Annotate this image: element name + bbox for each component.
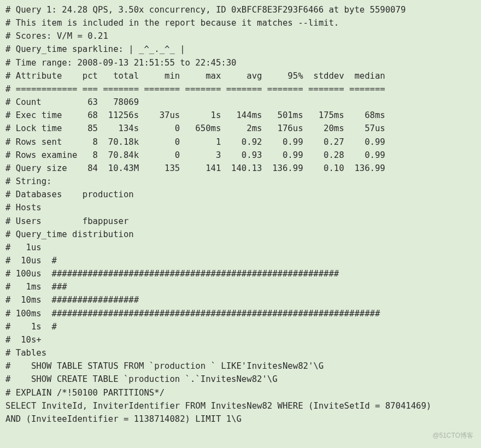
users-line: # Users fbappuser (5, 216, 128, 226)
scores-line: # Scores: V/M = 0.21 (5, 31, 108, 41)
reason-line: # This item is included in the report be… (5, 18, 339, 28)
string-label: # String: (5, 176, 52, 186)
row-rows-examine: # Rows examine 8 70.84k 0 3 0.93 0.99 0.… (5, 150, 385, 160)
databases-line: # Databases production (5, 190, 134, 199)
row-rows-sent: # Rows sent 8 70.18k 0 1 0.92 0.99 0.27 … (5, 137, 385, 147)
row-exec-time: # Exec time 68 11256s 37us 1s 144ms 501m… (5, 110, 385, 120)
hosts-line: # Hosts (5, 203, 42, 213)
dist-100ms: # 100ms ################################… (5, 309, 380, 319)
table-header: # Attribute pct total min max avg 95% st… (5, 71, 385, 81)
row-count: # Count 63 78069 (5, 97, 139, 107)
dist-10s: # 10s+ (5, 335, 42, 345)
time-range-line: # Time range: 2008-09-13 21:51:55 to 22:… (5, 58, 236, 68)
watermark-text: @51CTO博客 (432, 431, 473, 440)
dist-10us: # 10us # (5, 256, 57, 266)
dist-10ms: # 10ms ################# (5, 295, 139, 305)
tables-label: # Tables (5, 348, 46, 358)
sql-line-1: SELECT InviteId, InviterIdentifier FROM … (5, 401, 431, 411)
sparkline-line: # Query_time sparkline: | _^_._^_ | (5, 44, 185, 54)
report-text: # Query 1: 24.28 QPS, 3.50x concurrency,… (0, 0, 481, 431)
row-query-size: # Query size 84 10.43M 135 141 140.13 13… (5, 163, 385, 173)
dist-1ms: # 1ms ### (5, 282, 67, 292)
dist-1us: # 1us (5, 243, 42, 252)
dist-1s: # 1s # (5, 322, 57, 332)
dist-title: # Query_time distribution (5, 229, 134, 239)
dist-100us: # 100us ################################… (5, 269, 339, 279)
row-lock-time: # Lock time 85 134s 0 650ms 2ms 176us 20… (5, 123, 385, 133)
explain-line: # EXPLAIN /*!50100 PARTITIONS*/ (5, 388, 165, 398)
show-table-status: # SHOW TABLE STATUS FROM `production ` L… (5, 361, 324, 371)
query-header-line: # Query 1: 24.28 QPS, 3.50x concurrency,… (5, 5, 406, 15)
show-create-table: # SHOW CREATE TABLE `production `.`Invit… (5, 374, 278, 384)
table-divider: # ============ === ======= ======= =====… (5, 84, 385, 94)
sql-line-2: AND (InviteeIdentifier = 1138714082) LIM… (5, 414, 242, 424)
